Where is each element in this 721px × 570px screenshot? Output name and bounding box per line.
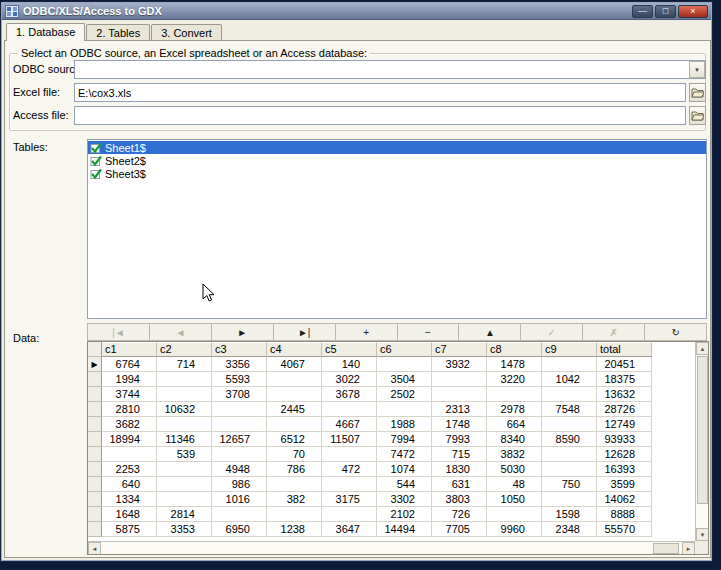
grid-cell[interactable]: [267, 372, 322, 387]
grid-cell[interactable]: 3744: [102, 387, 157, 402]
odbc-source-combo[interactable]: ▼: [74, 60, 706, 79]
grid-cell[interactable]: 714: [157, 357, 212, 372]
grid-cell[interactable]: [212, 447, 267, 462]
grid-cell[interactable]: 1748: [432, 417, 487, 432]
grid-cell[interactable]: 70: [267, 447, 322, 462]
horizontal-scroll-thumb[interactable]: [653, 543, 679, 554]
grid-cell[interactable]: [157, 387, 212, 402]
grid-row[interactable]: 368246671988174866412749: [88, 417, 708, 432]
grid-cell[interactable]: [267, 387, 322, 402]
nav-insert-button[interactable]: +: [335, 323, 398, 341]
grid-cell[interactable]: 12657: [212, 432, 267, 447]
grid-cell[interactable]: [322, 447, 377, 462]
grid-column-header[interactable]: c6: [377, 342, 432, 357]
nav-last-button[interactable]: ►|: [273, 323, 336, 341]
grid-cell[interactable]: 3599: [597, 477, 652, 492]
grid-cell[interactable]: [542, 387, 597, 402]
odbc-source-input[interactable]: [74, 60, 706, 79]
grid-cell[interactable]: 2348: [542, 522, 597, 537]
grid-column-header[interactable]: c7: [432, 342, 487, 357]
grid-cell[interactable]: 8888: [597, 507, 652, 522]
minimize-button[interactable]: —: [632, 5, 653, 18]
maximize-button[interactable]: □: [655, 5, 676, 18]
grid-cell[interactable]: 6950: [212, 522, 267, 537]
grid-cell[interactable]: 13632: [597, 387, 652, 402]
grid-cell[interactable]: [157, 492, 212, 507]
grid-cell[interactable]: [542, 447, 597, 462]
grid-cell[interactable]: 4667: [322, 417, 377, 432]
grid-cell[interactable]: 3022: [322, 372, 377, 387]
grid-cell[interactable]: 640: [102, 477, 157, 492]
grid-cell[interactable]: 93933: [597, 432, 652, 447]
grid-cell[interactable]: 1994: [102, 372, 157, 387]
grid-cell[interactable]: [157, 462, 212, 477]
grid-cell[interactable]: 3353: [157, 522, 212, 537]
scroll-down-icon[interactable]: ▼: [696, 528, 709, 541]
grid-cell[interactable]: 3678: [322, 387, 377, 402]
grid-cell[interactable]: 3175: [322, 492, 377, 507]
grid-cell[interactable]: 750: [542, 477, 597, 492]
grid-cell[interactable]: [157, 417, 212, 432]
grid-cell[interactable]: 4067: [267, 357, 322, 372]
grid-column-header[interactable]: c4: [267, 342, 322, 357]
grid-cell[interactable]: 1016: [212, 492, 267, 507]
scroll-left-icon[interactable]: ◄: [88, 542, 101, 555]
grid-cell[interactable]: 3302: [377, 492, 432, 507]
grid-cell[interactable]: 7993: [432, 432, 487, 447]
grid-cell[interactable]: 786: [267, 462, 322, 477]
vertical-scroll-thumb[interactable]: [697, 356, 708, 504]
grid-cell[interactable]: 3356: [212, 357, 267, 372]
grid-cell[interactable]: [542, 417, 597, 432]
grid-cell[interactable]: 3682: [102, 417, 157, 432]
grid-cell[interactable]: 3832: [487, 447, 542, 462]
grid-cell[interactable]: 1042: [542, 372, 597, 387]
grid-cell[interactable]: 55570: [597, 522, 652, 537]
nav-edit-button[interactable]: ▲: [458, 323, 521, 341]
grid-row[interactable]: 374437083678250213632: [88, 387, 708, 402]
grid-cell[interactable]: 1238: [267, 522, 322, 537]
grid-cell[interactable]: 1598: [542, 507, 597, 522]
grid-cell[interactable]: 7705: [432, 522, 487, 537]
grid-cell[interactable]: [102, 447, 157, 462]
nav-refresh-button[interactable]: ↻: [644, 323, 707, 341]
grid-row[interactable]: 13341016382317533023803105014062: [88, 492, 708, 507]
grid-cell[interactable]: 7994: [377, 432, 432, 447]
grid-cell[interactable]: 2810: [102, 402, 157, 417]
grid-cell[interactable]: [212, 402, 267, 417]
grid-cell[interactable]: [377, 357, 432, 372]
grid-cell[interactable]: [377, 402, 432, 417]
grid-cell[interactable]: [432, 387, 487, 402]
grid-cell[interactable]: 2814: [157, 507, 212, 522]
grid-cell[interactable]: 2978: [487, 402, 542, 417]
grid-cell[interactable]: 8590: [542, 432, 597, 447]
grid-row[interactable]: 539707472715383212628: [88, 447, 708, 462]
grid-cell[interactable]: [487, 387, 542, 402]
grid-cell[interactable]: 10632: [157, 402, 212, 417]
grid-cell[interactable]: 7472: [377, 447, 432, 462]
chevron-down-icon[interactable]: ▼: [689, 61, 705, 78]
grid-cell[interactable]: 11507: [322, 432, 377, 447]
grid-cell[interactable]: 3220: [487, 372, 542, 387]
grid-cell[interactable]: [322, 402, 377, 417]
excel-file-input[interactable]: [74, 83, 686, 102]
grid-cell[interactable]: 7548: [542, 402, 597, 417]
grid-cell[interactable]: 1074: [377, 462, 432, 477]
tab-convert[interactable]: 3. Convert: [151, 24, 222, 40]
data-grid[interactable]: c1c2c3c4c5c6c7c8c9total ▶676471433564067…: [87, 341, 709, 555]
grid-cell[interactable]: [322, 477, 377, 492]
grid-cell[interactable]: [487, 507, 542, 522]
grid-row[interactable]: 16482814210272615988888: [88, 507, 708, 522]
grid-cell[interactable]: 2102: [377, 507, 432, 522]
grid-cell[interactable]: [267, 507, 322, 522]
grid-cell[interactable]: 1648: [102, 507, 157, 522]
grid-cell[interactable]: [157, 372, 212, 387]
grid-cell[interactable]: [212, 417, 267, 432]
grid-cell[interactable]: 16393: [597, 462, 652, 477]
titlebar[interactable]: ODBC/XLS/Access to GDX — □ ×: [2, 3, 711, 20]
grid-column-header[interactable]: c9: [542, 342, 597, 357]
grid-cell[interactable]: 664: [487, 417, 542, 432]
grid-cell[interactable]: 2445: [267, 402, 322, 417]
grid-cell[interactable]: 9960: [487, 522, 542, 537]
grid-cell[interactable]: 28726: [597, 402, 652, 417]
grid-cell[interactable]: 544: [377, 477, 432, 492]
